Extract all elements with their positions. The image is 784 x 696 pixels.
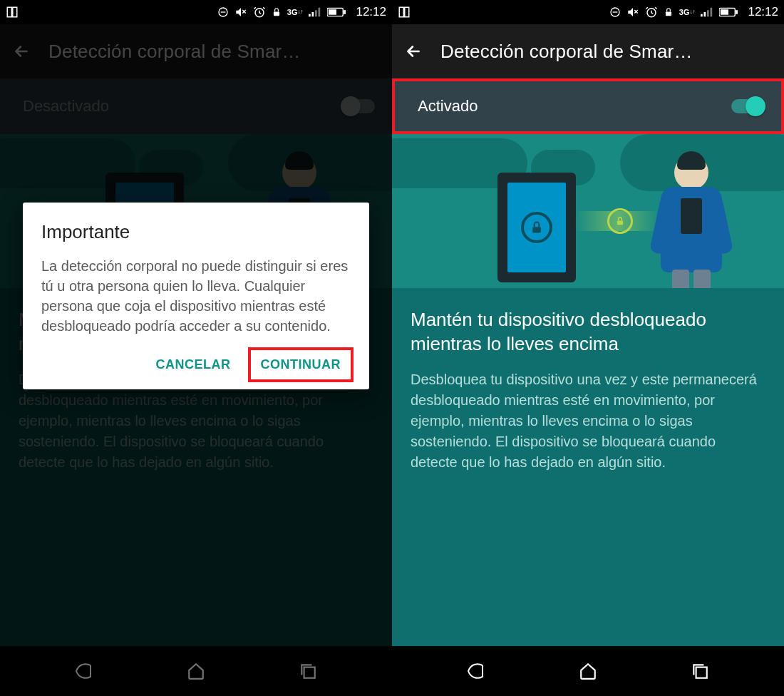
svg-rect-33 [532, 227, 541, 232]
svg-rect-32 [736, 10, 738, 14]
svg-rect-27 [704, 12, 706, 16]
alarm-icon [645, 6, 658, 19]
svg-rect-7 [274, 11, 279, 16]
toggle-row[interactable]: Activado [392, 78, 784, 134]
signal-icon [701, 7, 713, 17]
status-bar: 3G↓↑ 12:12 [0, 0, 392, 24]
multiwindow-icon [398, 6, 411, 19]
svg-rect-19 [405, 7, 409, 17]
back-button[interactable] [403, 41, 423, 61]
toggle-row[interactable]: Desactivado [0, 78, 392, 134]
dnd-icon [609, 6, 621, 18]
svg-rect-34 [617, 220, 623, 225]
nav-home-button[interactable] [180, 655, 212, 687]
status-clock: 12:12 [356, 5, 386, 19]
cancel-button[interactable]: CANCELAR [146, 350, 241, 379]
content-description: Desbloquea tu dispositivo una vez y este… [411, 369, 765, 473]
svg-rect-11 [319, 8, 321, 17]
svg-rect-0 [7, 7, 11, 17]
unlock-beam [574, 211, 660, 231]
status-clock: 12:12 [748, 5, 778, 19]
multiwindow-icon [6, 6, 19, 19]
content-heading: Mantén tu dispositivo desbloqueado mient… [411, 308, 765, 357]
svg-rect-1 [13, 7, 17, 17]
toggle-switch[interactable] [731, 99, 764, 113]
toggle-switch[interactable] [342, 99, 375, 113]
lock-icon [664, 6, 674, 18]
nav-bar [392, 646, 784, 696]
svg-rect-8 [309, 14, 311, 17]
svg-rect-26 [701, 14, 703, 17]
page-title: Detección corporal de Smar… [48, 41, 381, 63]
phone-left: 3G↓↑ 12:12 Detección corporal de Smar… D… [0, 0, 392, 696]
page-title: Detección corporal de Smar… [440, 41, 773, 63]
app-bar: Detección corporal de Smar… [0, 24, 392, 78]
svg-rect-31 [721, 9, 728, 14]
mute-icon [626, 6, 639, 19]
hero-illustration [392, 134, 784, 288]
svg-rect-10 [315, 10, 317, 16]
nav-home-button[interactable] [572, 655, 604, 687]
battery-icon [719, 7, 738, 17]
nav-recents-button[interactable] [292, 655, 324, 687]
nav-bar [0, 646, 392, 696]
svg-rect-28 [707, 10, 709, 16]
continue-button[interactable]: CONTINUAR [251, 350, 351, 379]
person-illustration [649, 155, 734, 272]
signal-icon [309, 7, 321, 17]
network-3g-icon: 3G↓↑ [679, 9, 696, 16]
back-button[interactable] [11, 41, 31, 61]
svg-rect-29 [711, 8, 713, 17]
main-content: Mantén tu dispositivo desbloqueado mient… [392, 288, 784, 646]
status-bar: 3G↓↑ 12:12 [392, 0, 784, 24]
toggle-label: Desactivado [23, 97, 109, 116]
nav-back-button[interactable] [460, 655, 492, 687]
svg-rect-35 [696, 667, 706, 678]
svg-rect-9 [312, 12, 314, 16]
app-bar: Detección corporal de Smar… [392, 24, 784, 78]
dialog-title: Importante [41, 221, 351, 243]
phone-right: 3G↓↑ 12:12 Detección corporal de Smar… A… [392, 0, 784, 696]
dnd-icon [217, 6, 229, 18]
tablet-illustration [497, 173, 576, 282]
nav-recents-button[interactable] [684, 655, 716, 687]
mini-lock-icon [607, 208, 633, 234]
toggle-label: Activado [418, 97, 478, 116]
mute-icon [234, 6, 247, 19]
svg-rect-14 [344, 10, 346, 14]
network-3g-icon: 3G↓↑ [287, 9, 304, 16]
svg-rect-17 [304, 667, 314, 678]
lock-icon [272, 6, 282, 18]
nav-back-button[interactable] [68, 655, 100, 687]
alarm-icon [253, 6, 266, 19]
svg-rect-18 [399, 7, 403, 17]
dialog-body: La detección corporal no puede distingui… [41, 256, 351, 336]
confirm-dialog: Importante La detección corporal no pued… [23, 203, 369, 389]
lock-circle-icon [521, 212, 552, 243]
svg-rect-25 [666, 11, 671, 16]
svg-rect-13 [329, 9, 336, 14]
battery-icon [327, 7, 346, 17]
